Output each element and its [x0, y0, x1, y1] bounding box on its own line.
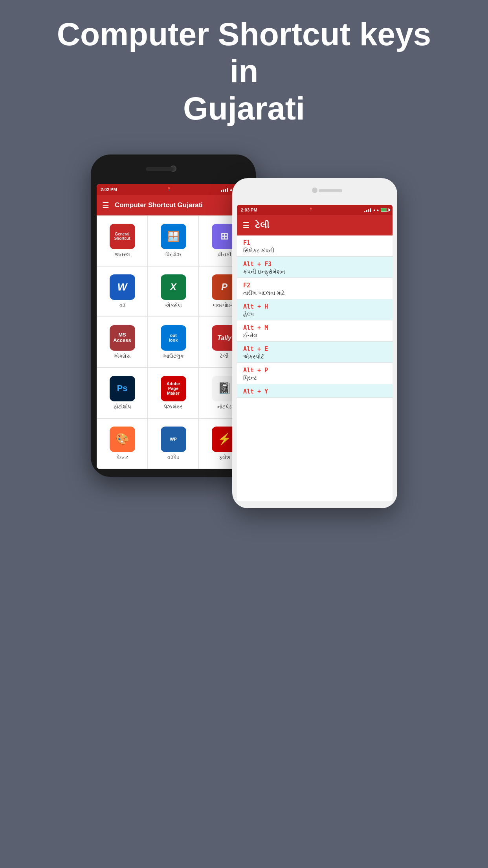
status-icons-right: ▲▲ — [364, 208, 389, 212]
title-section: Computer Shortcut keys in Gujarati — [33, 0, 455, 139]
windows-icon: 🪟 — [161, 224, 186, 249]
speaker-right — [319, 189, 342, 192]
grid-item-label: જનરલ — [115, 252, 130, 258]
app-title-left: Computer Shortcut Gujarati — [115, 201, 203, 209]
grid-item-label: વર્ડ — [119, 302, 125, 309]
shortcut-item-5[interactable]: Alt + Mઈ-મેલ — [237, 320, 393, 341]
shortcut-key: Alt + E — [243, 346, 386, 353]
grid-item-label: ટેલી — [220, 353, 229, 359]
grid-item-paint[interactable]: 🎨પેઇન્ટ — [97, 418, 148, 469]
grid-item-word[interactable]: Wવર્ડ — [97, 266, 148, 317]
shortcut-key: F2 — [243, 282, 386, 289]
time-right: 2:03 PM — [241, 208, 257, 212]
photoshop-icon: Ps — [110, 376, 135, 401]
shortcut-item-0[interactable]: F1સિલેક્ટ કંપની — [237, 235, 393, 256]
location-icon-right: 📍 — [308, 208, 313, 212]
grid-item-excel[interactable]: Xએક્સેલ — [148, 266, 199, 317]
grid-item-label: ફોટોશોપ — [114, 404, 131, 410]
location-icon: 📍 — [167, 187, 171, 191]
grid-item-label: વર્ડપેડ — [167, 454, 179, 461]
shortcut-desc: પ્રિન્ટ — [243, 375, 386, 381]
grid-item-label: પેઝ મેકર — [164, 404, 183, 410]
camera-right — [312, 188, 317, 193]
grid-item-label: વીનકી — [218, 252, 231, 258]
grid-item-label: આઉટલુક — [163, 353, 184, 359]
app-grid: GeneralShortcutજનરલ🪟વિન્ડોઝ⊞વીનકીWવર્ડXએ… — [97, 215, 250, 469]
app-bar-left: ☰ Computer Shortcut Gujarati — [97, 195, 250, 215]
general-icon: GeneralShortcut — [110, 224, 135, 249]
grid-item-label: નોટપેડ — [217, 404, 231, 410]
signal-icon-left — [221, 187, 228, 192]
grid-item-label: એક્સેલ — [165, 302, 182, 309]
shortcut-key: Alt + F3 — [243, 261, 386, 268]
paint-icon: 🎨 — [110, 427, 135, 452]
shortcut-item-6[interactable]: Alt + Eએક્સ્પોર્ટ — [237, 342, 393, 362]
shortcut-desc: એક્સ્પોર્ટ — [243, 353, 386, 360]
hamburger-icon-right[interactable]: ☰ — [242, 221, 250, 230]
grid-item-label: પેઇન્ટ — [116, 454, 128, 461]
divider — [237, 397, 393, 398]
time-left: 2:02 PM — [101, 187, 117, 192]
shortcut-item-8[interactable]: Alt + Y — [237, 384, 393, 397]
shortcut-item-4[interactable]: Alt + Hહેલ્પ — [237, 299, 393, 320]
shortcut-desc: તારીખ બદલવા માટે — [243, 290, 386, 296]
shortcut-desc: સિલેક્ટ કંપની — [243, 247, 386, 254]
shortcut-desc: ઈ-મેલ — [243, 332, 386, 339]
grid-item-access[interactable]: MSAccessએક્સેસ — [97, 317, 148, 368]
grid-item-pagemaker[interactable]: AdobePageMakerપેઝ મેકર — [148, 368, 199, 418]
phones-container: 2:02 PM 📍 ▲▲ ☰ Co — [0, 139, 488, 532]
shortcut-key: Alt + Y — [243, 388, 386, 395]
grid-item-wordpad[interactable]: WPવર્ડપેડ — [148, 418, 199, 469]
grid-item-label: વિન્ડોઝ — [165, 252, 181, 258]
wifi-icon-right: ▲▲ — [372, 208, 380, 212]
word-icon: W — [110, 274, 135, 300]
grid-item-outlook[interactable]: outlookઆઉટલુક — [148, 317, 199, 368]
shortcut-list: F1સિલેક્ટ કંપનીAlt + F3કંપની ઇન્ફ્રૉમેશન… — [237, 235, 393, 501]
grid-item-label: એક્સેસ — [114, 353, 131, 359]
grid-item-windows[interactable]: 🪟વિન્ડોઝ — [148, 215, 199, 266]
grid-item-photoshop[interactable]: Psફોટોશોપ — [97, 368, 148, 418]
signal-icon-right — [364, 208, 371, 212]
shortcut-desc: કંપની ઇન્ફ્રૉમેશન — [243, 268, 386, 275]
speaker-left — [146, 167, 173, 171]
app-bar-right: ☰ ટેલી — [237, 215, 393, 235]
phone-right: 2:03 PM 📍 ▲▲ ☰ ટે — [232, 178, 397, 508]
excel-icon: X — [161, 274, 186, 300]
outlook-icon: outlook — [161, 325, 186, 351]
app-title-right: ટેલી — [255, 220, 269, 230]
status-bar-right: 2:03 PM 📍 ▲▲ — [237, 205, 393, 215]
shortcut-key: Alt + M — [243, 324, 386, 331]
shortcut-desc: હેલ્પ — [243, 311, 386, 318]
shortcut-item-3[interactable]: F2તારીખ બદલવા માટે — [237, 278, 393, 299]
shortcut-key: Alt + P — [243, 367, 386, 374]
pagemaker-icon: AdobePageMaker — [161, 376, 186, 401]
shortcut-item-2[interactable]: Alt + F3કંપની ઇન્ફ્રૉમેશન — [237, 257, 393, 278]
wordpad-icon: WP — [161, 427, 186, 452]
shortcut-key: F1 — [243, 239, 386, 246]
grid-item-general[interactable]: GeneralShortcutજનરલ — [97, 215, 148, 266]
screen-right: 2:03 PM 📍 ▲▲ ☰ ટે — [237, 205, 393, 501]
battery-icon-right — [381, 208, 389, 212]
screen-left: 2:02 PM 📍 ▲▲ ☰ Co — [97, 184, 250, 469]
phone-left: 2:02 PM 📍 ▲▲ ☰ Co — [91, 154, 256, 477]
main-title: Computer Shortcut keys in Gujarati — [57, 16, 431, 127]
shortcut-item-7[interactable]: Alt + Pપ્રિન્ટ — [237, 363, 393, 384]
access-icon: MSAccess — [110, 325, 135, 351]
status-bar-left: 2:02 PM 📍 ▲▲ — [97, 184, 250, 195]
shortcut-key: Alt + H — [243, 303, 386, 310]
hamburger-icon-left[interactable]: ☰ — [102, 201, 109, 209]
grid-item-label: ફ્લેશ — [219, 454, 230, 461]
